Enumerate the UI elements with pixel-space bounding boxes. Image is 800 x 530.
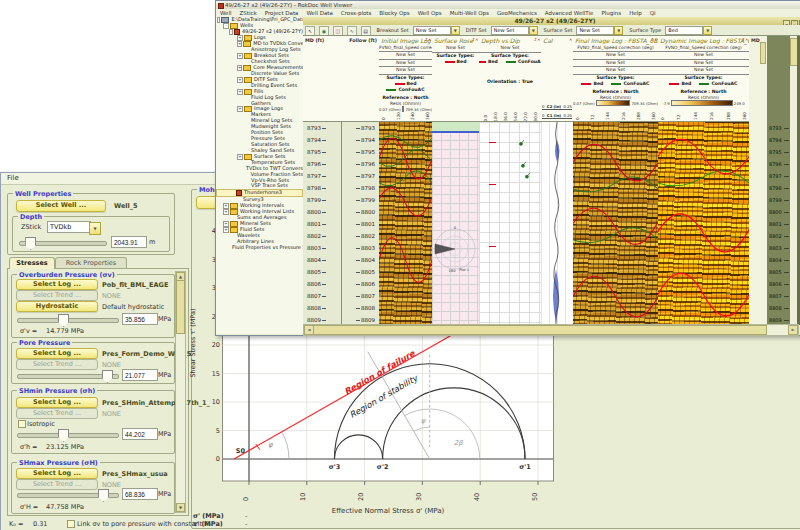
dip-track-title[interactable]: ↕✕Depth vs Dip (479, 36, 541, 45)
shmax-value-input[interactable] (122, 488, 158, 500)
tree-expand-icon[interactable] (237, 178, 242, 183)
menu-item[interactable]: Qi (646, 9, 660, 17)
dynamic-track-title[interactable]: ↕✕Dynamic Image Log : FBSTA_08L (658, 36, 749, 45)
new-set-selector[interactable]: New Set (432, 45, 479, 53)
tree-expand-icon[interactable] (237, 142, 242, 147)
overburden-value-input[interactable] (122, 313, 158, 325)
menu-item[interactable]: Multi-Well Ops (446, 9, 493, 17)
final-image-display[interactable] (573, 122, 658, 325)
hydrostatic-button[interactable]: Hydrostatic (16, 301, 98, 312)
menu-item[interactable]: Project Data (261, 9, 303, 17)
new-set-selector[interactable]: New Set (379, 60, 432, 68)
new-set-selector[interactable]: New Set (658, 67, 749, 75)
shmax-slider-thumb[interactable] (98, 489, 109, 502)
overburden-slider[interactable] (17, 318, 119, 323)
pore-select-trend-button[interactable]: Select Trend ... (16, 359, 98, 370)
shmax-select-trend-button[interactable]: Select Trend ... (16, 479, 98, 490)
tree-expand-icon[interactable] (223, 239, 228, 244)
C1 (in)[interactable]: 0C1 (in)0.25 (542, 110, 572, 119)
rose-display[interactable]: 0 180 Plot 1 (432, 122, 479, 325)
track-controls-icon[interactable]: ✕ (569, 37, 572, 42)
select-well-button[interactable]: Select Well ... (16, 200, 106, 212)
dip-display[interactable] (479, 122, 541, 325)
surface-set-select[interactable]: New Set (576, 26, 614, 35)
tree-expand-icon[interactable] (237, 95, 242, 100)
menu-item[interactable]: Advanced WellTie (541, 9, 598, 17)
shmin-slider[interactable] (17, 433, 119, 438)
tree-expand-icon[interactable] (223, 216, 228, 221)
overburden-slider-thumb[interactable] (58, 314, 69, 327)
cal-track-title[interactable]: Cal✕ (541, 36, 573, 45)
tree-expand-icon[interactable] (237, 77, 243, 83)
tree-expand-icon[interactable] (237, 83, 242, 88)
tree-expand-icon[interactable] (237, 160, 242, 165)
tree-item[interactable]: Fluid Properties vs Pressure Sets (216, 245, 303, 251)
tree-expand-icon[interactable] (237, 119, 242, 124)
tree-expand-icon[interactable] (237, 172, 241, 177)
shmax-select-log-button[interactable]: Select Log ... (16, 468, 98, 479)
zstick-select[interactable]: TVDkb (47, 221, 91, 233)
shmax-slider[interactable] (17, 493, 119, 498)
shmin-select-log-button[interactable]: Select Log ... (16, 397, 98, 408)
tree-expand-icon[interactable] (237, 113, 242, 118)
menu-item[interactable]: Well Ops (414, 9, 446, 17)
menu-item[interactable]: Plugins (597, 9, 625, 17)
tree-expand-icon[interactable] (237, 137, 242, 142)
breakout-set-select[interactable]: New Set (413, 26, 451, 35)
menu-item[interactable]: GeoMechanics (493, 9, 541, 17)
depth-slider-thumb[interactable] (25, 237, 36, 250)
menu-item[interactable]: Well (216, 9, 236, 17)
horizontal-scrollbar-thumb[interactable] (313, 325, 767, 335)
tree-expand-icon[interactable] (230, 191, 235, 196)
depth-value-input[interactable] (111, 236, 147, 248)
rose-track-title[interactable]: ↕✕Surface Rose (432, 36, 479, 45)
menu-item[interactable]: Cross-plots (337, 9, 375, 17)
shmin-value-input[interactable] (122, 428, 158, 440)
tree-expand-icon[interactable] (237, 71, 242, 76)
track-controls-icon[interactable]: ↕✕ (533, 37, 540, 42)
shmin-select-trend-button[interactable]: Select Trend ... (16, 408, 98, 419)
tree-expand-icon[interactable] (223, 234, 228, 239)
initial-image-display[interactable] (379, 122, 432, 325)
tab-stresses[interactable]: Stresses (9, 257, 55, 269)
shmin-slider-thumb[interactable] (58, 429, 69, 442)
depth-slider[interactable] (19, 241, 107, 246)
new-set-selector[interactable]: New Set (573, 67, 658, 75)
isotropic-checkbox[interactable] (18, 420, 26, 428)
tree-expand-icon[interactable] (217, 17, 220, 23)
scroll-right-icon[interactable]: ► (788, 325, 798, 335)
cal-display[interactable] (541, 122, 573, 325)
tree-expand-icon[interactable] (237, 131, 242, 136)
zstick-dropdown-icon[interactable]: ▼ (89, 222, 101, 235)
link-sv-checkbox[interactable] (67, 520, 75, 528)
menu-item[interactable]: Help (625, 9, 646, 17)
new-set-selector[interactable]: New Set (573, 60, 658, 68)
new-set-selector[interactable]: New Set (379, 52, 432, 60)
panel-scrollbar[interactable]: ▲ ▼ (175, 271, 186, 513)
tree-expand-icon[interactable] (237, 53, 243, 59)
scroll-down-icon[interactable]: ▼ (176, 503, 185, 512)
tree-expand-icon[interactable] (237, 47, 242, 52)
mini-scrollbar-thumb[interactable] (760, 42, 766, 64)
tree-expand-icon[interactable] (237, 184, 242, 189)
final-track-title[interactable]: ↕✕Final Image Log : FBSTA_08Z (573, 36, 658, 45)
tree-expand-icon[interactable] (237, 41, 242, 47)
overburden-select-trend-button[interactable]: Select Trend ... (16, 290, 98, 301)
pore-select-log-button[interactable]: Select Log ... (16, 348, 98, 359)
overburden-select-log-button[interactable]: Select Log ... (16, 279, 98, 290)
new-set-selector[interactable]: New Set (658, 52, 749, 60)
new-set-selector[interactable]: New Set (658, 60, 749, 68)
ditf-dropdown-icon[interactable]: ▼ (529, 26, 538, 35)
initial-track-title[interactable]: ↕✕Initial Image Log (379, 36, 432, 45)
surface-type-dropdown-icon[interactable]: ▼ (703, 26, 712, 35)
tree-expand-icon[interactable] (229, 29, 233, 35)
tree-expand-icon[interactable] (237, 125, 242, 130)
tree-expand-icon[interactable] (237, 65, 242, 71)
new-set-selector[interactable]: New Set (573, 52, 658, 60)
tree-expand-icon[interactable] (237, 89, 243, 95)
tree-expand-icon[interactable] (223, 227, 229, 233)
surface-type-select[interactable]: Bed (665, 26, 703, 35)
dynamic-image-display[interactable] (658, 122, 749, 325)
track-horizontal-scrollbar[interactable]: ◄ ► (303, 324, 799, 336)
tree-expand-icon[interactable] (237, 154, 243, 160)
